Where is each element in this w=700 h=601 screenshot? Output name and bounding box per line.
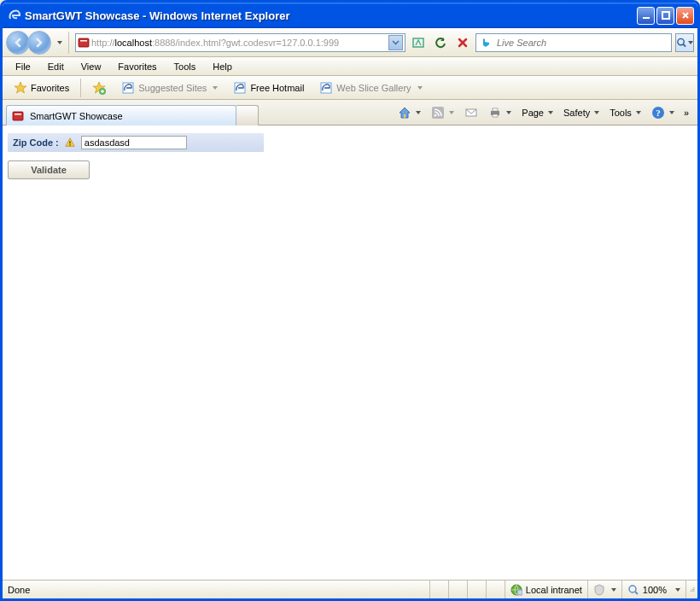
- overflow-button[interactable]: »: [680, 108, 692, 118]
- svg-rect-1: [662, 12, 669, 19]
- titlebar: SmartGWT Showcase - Windows Internet Exp…: [3, 3, 697, 28]
- feeds-button[interactable]: [427, 103, 458, 122]
- svg-point-26: [629, 586, 636, 592]
- protected-mode-button[interactable]: [587, 581, 621, 598]
- forward-button[interactable]: [27, 31, 51, 55]
- chevron-down-icon: [669, 111, 674, 114]
- search-box[interactable]: [475, 33, 672, 52]
- status-done-label: Done: [8, 585, 30, 595]
- home-button[interactable]: [394, 103, 425, 122]
- svg-rect-0: [643, 17, 650, 19]
- tab-label: SmartGWT Showcase: [30, 111, 123, 121]
- free-hotmail-link[interactable]: Free Hotmail: [227, 79, 310, 97]
- menu-bar: File Edit View Favorites Tools Help: [3, 57, 697, 76]
- svg-point-33: [693, 590, 694, 591]
- svg-text:?: ?: [656, 108, 661, 118]
- svg-rect-19: [493, 114, 498, 117]
- svg-point-30: [693, 588, 694, 589]
- suggested-sites-link[interactable]: Suggested Sites: [115, 79, 224, 97]
- chevron-down-icon: [417, 86, 423, 90]
- page-label: Page: [522, 108, 544, 118]
- nav-bar: http://localhost:8888/index.html?gwt.cod…: [3, 28, 697, 57]
- security-zone[interactable]: Local intranet: [505, 581, 587, 598]
- zoom-icon: [627, 584, 639, 596]
- svg-rect-13: [404, 114, 405, 118]
- globe-icon: [510, 584, 522, 596]
- search-input[interactable]: [495, 37, 668, 49]
- maximize-button[interactable]: [656, 7, 674, 25]
- svg-point-5: [678, 38, 684, 44]
- help-button[interactable]: ?: [647, 103, 679, 122]
- menu-view[interactable]: View: [73, 59, 109, 74]
- chevron-down-icon: [675, 588, 680, 592]
- menu-favorites[interactable]: Favorites: [110, 59, 164, 74]
- tools-label: Tools: [610, 108, 632, 118]
- nav-history-dropdown-icon[interactable]: [57, 41, 62, 44]
- search-dropdown-icon[interactable]: [688, 41, 693, 44]
- add-to-favorites-button[interactable]: [86, 79, 112, 97]
- web-slice-label: Web Slice Gallery: [336, 83, 411, 93]
- zoom-level-label: 100%: [643, 585, 667, 595]
- zip-code-label: Zip Code :: [13, 137, 59, 148]
- status-text: Done: [3, 581, 429, 598]
- svg-rect-12: [15, 114, 21, 115]
- chevron-down-icon: [611, 588, 616, 592]
- chevron-down-icon: [213, 86, 218, 90]
- site-icon: [12, 109, 26, 123]
- status-slot: [429, 581, 448, 598]
- menu-file[interactable]: File: [8, 59, 38, 74]
- svg-point-28: [693, 587, 694, 588]
- chevron-down-icon: [416, 111, 421, 114]
- svg-line-6: [683, 44, 685, 46]
- address-bar[interactable]: http://localhost:8888/index.html?gwt.cod…: [75, 33, 405, 52]
- back-button[interactable]: [6, 31, 30, 55]
- stop-button[interactable]: [453, 33, 472, 52]
- star-add-icon: [92, 81, 106, 95]
- menu-edit[interactable]: Edit: [40, 59, 72, 74]
- favorites-button[interactable]: Favorites: [8, 79, 75, 97]
- svg-rect-22: [69, 141, 70, 143]
- tools-menu-button[interactable]: Tools: [605, 105, 645, 120]
- close-button[interactable]: [676, 7, 694, 25]
- svg-rect-2: [79, 38, 89, 47]
- ie-page-icon: [121, 81, 135, 95]
- compat-view-button[interactable]: [409, 33, 428, 52]
- read-mail-button[interactable]: [460, 103, 482, 122]
- page-content: Zip Code : Validate: [3, 125, 697, 580]
- address-dropdown-button[interactable]: [388, 35, 403, 50]
- browser-window: SmartGWT Showcase - Windows Internet Exp…: [0, 0, 700, 601]
- refresh-button[interactable]: [431, 33, 450, 52]
- status-bar: Done Local intranet 100%: [3, 580, 697, 598]
- menu-tools[interactable]: Tools: [166, 59, 204, 74]
- command-bar: Page Safety Tools ? »: [394, 103, 692, 122]
- page-menu-button[interactable]: Page: [517, 105, 557, 120]
- zip-code-input[interactable]: [81, 136, 187, 149]
- search-go-button[interactable]: [675, 33, 694, 52]
- ie-logo-icon: [8, 9, 21, 22]
- zoom-control[interactable]: 100%: [621, 581, 685, 598]
- separator: [80, 79, 81, 97]
- safety-menu-button[interactable]: Safety: [559, 105, 604, 120]
- bing-icon: [480, 37, 492, 49]
- svg-rect-25: [517, 590, 522, 595]
- separator: [68, 32, 69, 54]
- svg-point-32: [692, 590, 693, 591]
- minimize-button[interactable]: [637, 7, 655, 25]
- ie-page-icon: [319, 81, 333, 95]
- svg-point-31: [691, 590, 691, 591]
- svg-rect-3: [80, 40, 87, 42]
- address-url: http://localhost:8888/index.html?gwt.cod…: [91, 38, 388, 48]
- menu-help[interactable]: Help: [205, 59, 240, 74]
- svg-point-15: [435, 114, 437, 117]
- svg-line-27: [635, 592, 638, 594]
- print-button[interactable]: [484, 103, 516, 122]
- new-tab-button[interactable]: [236, 105, 259, 125]
- validate-button[interactable]: Validate: [8, 160, 90, 179]
- chevron-down-icon: [506, 111, 511, 114]
- tab-bar: SmartGWT Showcase Page: [3, 100, 697, 125]
- web-slice-gallery-link[interactable]: Web Slice Gallery: [313, 79, 428, 97]
- resize-grip[interactable]: [685, 581, 697, 598]
- zip-code-row: Zip Code :: [8, 133, 264, 152]
- tab-smartgwt-showcase[interactable]: SmartGWT Showcase: [6, 105, 236, 125]
- svg-point-29: [692, 588, 693, 589]
